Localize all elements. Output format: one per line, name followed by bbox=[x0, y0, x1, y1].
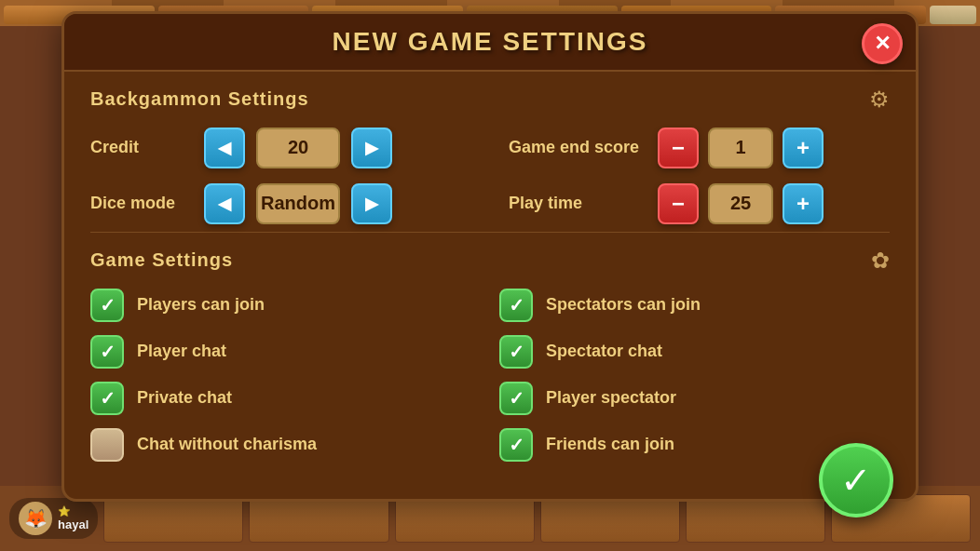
checkbox-player-spectator: ✓ Player spectator bbox=[499, 382, 890, 415]
checkbox-players-can-join: ✓ Players can join bbox=[90, 289, 481, 322]
checkbox-chat-without-charisma-tick[interactable] bbox=[90, 428, 124, 462]
checkbox-chat-without-charisma: Chat without charisma bbox=[90, 428, 481, 462]
modal-title: NEW GAME SETTINGS bbox=[333, 27, 648, 56]
game-end-score-value: 1 bbox=[708, 128, 773, 168]
checkbox-private-chat-tick[interactable]: ✓ bbox=[90, 382, 124, 415]
checkbox-spectators-can-join-tick[interactable]: ✓ bbox=[499, 289, 533, 322]
checkbox-player-spectator-label: Player spectator bbox=[546, 388, 676, 408]
credit-right-arrow[interactable]: ▶ bbox=[351, 128, 392, 168]
game-end-score-setting: Game end score − 1 + bbox=[509, 128, 890, 168]
confirm-button[interactable]: ✓ bbox=[819, 443, 893, 517]
username: hayal bbox=[58, 517, 88, 531]
checkbox-friends-can-join-tick[interactable]: ✓ bbox=[499, 428, 533, 462]
bottom-plank-3 bbox=[395, 494, 535, 543]
divider bbox=[90, 232, 890, 233]
play-time-label: Play time bbox=[509, 194, 648, 213]
checkbox-private-chat: ✓ Private chat bbox=[90, 382, 481, 415]
checkbox-spectator-chat-tick[interactable]: ✓ bbox=[499, 335, 533, 369]
modal-overlay: NEW GAME SETTINGS ✕ Backgammon Settings … bbox=[0, 26, 980, 486]
game-end-score-minus[interactable]: − bbox=[658, 128, 699, 168]
close-button[interactable]: ✕ bbox=[862, 23, 903, 64]
checkbox-players-can-join-tick[interactable]: ✓ bbox=[90, 289, 124, 322]
play-time-setting: Play time − 25 + bbox=[509, 183, 890, 224]
game-settings-gear-icon: ✿ bbox=[871, 248, 890, 274]
dice-mode-right-arrow[interactable]: ▶ bbox=[351, 183, 392, 224]
checkbox-chat-without-charisma-label: Chat without charisma bbox=[137, 435, 317, 454]
top-settings-row: Credit ◀ 20 ▶ Dice mode ◀ Random ▶ bbox=[90, 128, 890, 224]
right-settings-col: Game end score − 1 + Play time − 25 + bbox=[509, 128, 890, 224]
checkbox-spectators-can-join: ✓ Spectators can join bbox=[499, 289, 890, 322]
credit-setting: Credit ◀ 20 ▶ bbox=[90, 128, 471, 168]
avatar: 🦊 bbox=[19, 502, 52, 535]
checkbox-player-chat-label: Player chat bbox=[137, 342, 226, 361]
play-time-plus[interactable]: + bbox=[783, 183, 823, 224]
modal: NEW GAME SETTINGS ✕ Backgammon Settings … bbox=[61, 11, 919, 502]
modal-title-bar: NEW GAME SETTINGS bbox=[64, 14, 916, 72]
dice-mode-value: Random bbox=[256, 183, 340, 224]
checkbox-friends-can-join-label: Friends can join bbox=[546, 435, 674, 454]
game-settings-header: Game Settings ✿ bbox=[90, 248, 890, 274]
bottom-plank-5 bbox=[686, 494, 825, 543]
dice-mode-left-arrow[interactable]: ◀ bbox=[204, 183, 245, 224]
game-end-score-plus[interactable]: + bbox=[783, 128, 823, 168]
backgammon-settings-header: Backgammon Settings ⚙ bbox=[90, 87, 890, 113]
checkbox-spectators-can-join-label: Spectators can join bbox=[546, 295, 701, 315]
credit-label: Credit bbox=[90, 138, 193, 157]
play-time-value: 25 bbox=[708, 183, 773, 224]
bottom-plank-2 bbox=[249, 494, 388, 543]
checkbox-player-chat: ✓ Player chat bbox=[90, 335, 481, 369]
modal-body: Backgammon Settings ⚙ Credit ◀ 20 ▶ Dice… bbox=[64, 72, 916, 477]
credit-left-arrow[interactable]: ◀ bbox=[204, 128, 245, 168]
checkbox-spectator-chat-label: Spectator chat bbox=[546, 342, 662, 361]
play-time-minus[interactable]: − bbox=[658, 183, 699, 224]
backgammon-gear-icon: ⚙ bbox=[869, 87, 890, 113]
bottom-plank-1 bbox=[103, 494, 243, 543]
backgammon-settings-title: Backgammon Settings bbox=[90, 88, 309, 110]
checkbox-private-chat-label: Private chat bbox=[137, 388, 232, 408]
checkbox-spectator-chat: ✓ Spectator chat bbox=[499, 335, 890, 369]
user-profile: 🦊 ⭐ hayal bbox=[9, 498, 98, 539]
checkbox-player-chat-tick[interactable]: ✓ bbox=[90, 335, 124, 369]
dice-mode-label: Dice mode bbox=[90, 194, 193, 213]
credit-value: 20 bbox=[256, 128, 340, 168]
game-settings-title: Game Settings bbox=[90, 249, 233, 271]
bottom-plank-4 bbox=[540, 494, 680, 543]
checkbox-grid: ✓ Players can join ✓ Spectators can join… bbox=[90, 289, 890, 462]
left-settings-col: Credit ◀ 20 ▶ Dice mode ◀ Random ▶ bbox=[90, 128, 471, 224]
checkbox-player-spectator-tick[interactable]: ✓ bbox=[499, 382, 533, 415]
game-end-score-label: Game end score bbox=[509, 138, 648, 157]
dice-mode-setting: Dice mode ◀ Random ▶ bbox=[90, 183, 471, 224]
checkbox-players-can-join-label: Players can join bbox=[137, 295, 265, 315]
